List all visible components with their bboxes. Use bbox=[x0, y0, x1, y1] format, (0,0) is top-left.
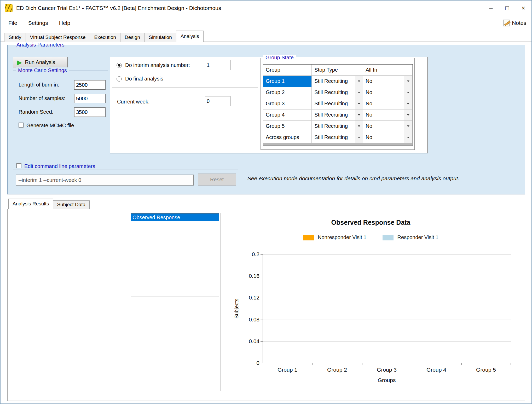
close-button[interactable]: × bbox=[515, 1, 531, 16]
stop-type-cell[interactable]: Still Recruiting bbox=[312, 132, 363, 143]
group-cell[interactable]: Group 5 bbox=[263, 120, 312, 132]
main-tab-strip: Study Virtual Subject Response Execution… bbox=[1, 30, 531, 42]
all-in-cell[interactable]: No bbox=[363, 98, 412, 109]
chevron-down-icon bbox=[358, 80, 360, 82]
all-in-cell[interactable]: No bbox=[363, 87, 412, 98]
tab-execution[interactable]: Execution bbox=[90, 33, 120, 42]
notes-icon bbox=[503, 20, 510, 26]
results-panel: Observed Response Observed Response Data… bbox=[7, 209, 525, 401]
chevron-down-icon bbox=[407, 125, 409, 127]
stop-type-dropdown[interactable] bbox=[355, 87, 363, 98]
app-logo-icon bbox=[5, 4, 13, 12]
legend-nonresponder-label: Nonresponder Visit 1 bbox=[318, 234, 366, 240]
window-controls: – □ × bbox=[483, 1, 531, 16]
interim-number-input[interactable] bbox=[205, 60, 230, 70]
notes-label: Notes bbox=[512, 20, 526, 26]
stop-type-cell[interactable]: Still Recruiting bbox=[312, 120, 363, 132]
all-in-dropdown[interactable] bbox=[404, 121, 412, 132]
final-analysis-row: Do final analysis bbox=[117, 76, 163, 82]
final-analysis-radio[interactable] bbox=[117, 76, 122, 82]
group-cell[interactable]: Group 2 bbox=[263, 87, 312, 98]
x-tick-label: Group 2 bbox=[312, 367, 362, 373]
run-analysis-button[interactable]: ▶ Run Analysis bbox=[13, 57, 68, 68]
tab-virtual-subject-response[interactable]: Virtual Subject Response bbox=[26, 33, 90, 42]
all-in-dropdown[interactable] bbox=[404, 98, 412, 109]
stop-type-dropdown[interactable] bbox=[355, 121, 363, 132]
chevron-down-icon bbox=[407, 103, 409, 105]
all-in-cell[interactable]: No bbox=[363, 109, 412, 120]
x-tick-label: Group 4 bbox=[412, 367, 461, 373]
all-in-cell[interactable]: No bbox=[363, 132, 412, 143]
random-seed-input[interactable] bbox=[74, 107, 106, 117]
chevron-down-icon bbox=[358, 125, 360, 127]
cmd-params-input[interactable] bbox=[16, 175, 194, 186]
col-header-all-in[interactable]: All In bbox=[363, 65, 412, 76]
all-in-cell[interactable]: No bbox=[363, 76, 412, 87]
play-icon: ▶ bbox=[17, 59, 22, 66]
chart-title: Observed Response Data bbox=[221, 219, 521, 226]
cmd-params-group: Reset bbox=[13, 170, 238, 191]
minimize-button[interactable]: – bbox=[483, 1, 499, 16]
maximize-button[interactable]: □ bbox=[499, 1, 515, 16]
list-item-observed-response[interactable]: Observed Response bbox=[131, 213, 219, 221]
group-cell[interactable]: Group 1 bbox=[263, 76, 312, 87]
table-row: Group 5 Still Recruiting No bbox=[263, 120, 412, 132]
chevron-down-icon bbox=[407, 80, 409, 82]
group-cell[interactable]: Group 3 bbox=[263, 98, 312, 109]
chevron-down-icon bbox=[407, 114, 409, 116]
stop-type-dropdown[interactable] bbox=[355, 76, 363, 87]
x-tick-label: Group 5 bbox=[461, 367, 511, 373]
monte-carlo-title: Monte Carlo Settings bbox=[16, 67, 69, 73]
plot-area bbox=[263, 254, 511, 363]
num-samples-input[interactable] bbox=[74, 94, 106, 103]
stop-type-cell[interactable]: Still Recruiting bbox=[312, 98, 363, 109]
y-tick-label: 0.12 bbox=[237, 294, 259, 301]
interim-analysis-row: Do interim analysis number: bbox=[117, 62, 190, 68]
interim-analysis-radio[interactable] bbox=[117, 63, 122, 68]
tab-design[interactable]: Design bbox=[120, 33, 144, 42]
group-cell[interactable]: Across groups bbox=[263, 132, 312, 143]
stop-type-dropdown[interactable] bbox=[355, 132, 363, 143]
tab-analysis[interactable]: Analysis bbox=[176, 31, 204, 42]
all-in-dropdown[interactable] bbox=[404, 109, 412, 120]
edit-cmd-checkbox[interactable] bbox=[16, 163, 21, 168]
stop-type-cell[interactable]: Still Recruiting bbox=[312, 109, 363, 120]
stop-type-dropdown[interactable] bbox=[355, 98, 363, 109]
tab-simulation[interactable]: Simulation bbox=[144, 33, 176, 42]
col-header-group[interactable]: Group bbox=[263, 65, 312, 76]
table-row: Group 2 Still Recruiting No bbox=[263, 87, 412, 98]
current-week-input[interactable] bbox=[205, 96, 230, 106]
x-axis-title: Groups bbox=[263, 377, 511, 383]
tab-study[interactable]: Study bbox=[4, 33, 26, 42]
all-in-dropdown[interactable] bbox=[404, 87, 412, 98]
menu-file[interactable]: File bbox=[8, 20, 17, 26]
col-header-stop-type[interactable]: Stop Type bbox=[312, 65, 363, 76]
x-tick-label: Group 3 bbox=[362, 367, 412, 373]
menu-settings[interactable]: Settings bbox=[28, 20, 48, 26]
random-seed-label: Random Seed: bbox=[19, 109, 53, 115]
observed-response-chart: Observed Response Data Nonresponder Visi… bbox=[221, 213, 521, 391]
tab-subject-data[interactable]: Subject Data bbox=[53, 200, 90, 209]
y-axis-title: Subjects bbox=[234, 299, 240, 319]
monte-carlo-settings-group: Monte Carlo Settings Length of burn in: … bbox=[13, 71, 108, 139]
menu-help[interactable]: Help bbox=[59, 20, 70, 26]
table-row: Group 1 Still Recruiting No bbox=[263, 76, 412, 87]
all-in-dropdown[interactable] bbox=[404, 76, 412, 87]
reset-button[interactable]: Reset bbox=[198, 174, 236, 186]
notes-button[interactable]: Notes bbox=[503, 16, 526, 30]
burn-in-input[interactable] bbox=[74, 80, 106, 90]
generate-mcmc-label: Generate MCMC file bbox=[26, 123, 74, 129]
title-bar: ED Dich Cancer Trial Ex1* - FACTS™ v6.2 … bbox=[1, 1, 531, 16]
chevron-down-icon bbox=[358, 114, 360, 116]
burn-in-label: Length of burn in: bbox=[19, 82, 59, 88]
all-in-cell[interactable]: No bbox=[363, 120, 412, 132]
stop-type-dropdown[interactable] bbox=[355, 109, 363, 120]
table-row: Group 3 Still Recruiting No bbox=[263, 98, 412, 109]
stop-type-cell[interactable]: Still Recruiting bbox=[312, 87, 363, 98]
group-cell[interactable]: Group 4 bbox=[263, 109, 312, 120]
stop-type-cell[interactable]: Still Recruiting bbox=[312, 76, 363, 87]
all-in-dropdown[interactable] bbox=[404, 132, 412, 143]
generate-mcmc-checkbox[interactable] bbox=[19, 123, 24, 128]
tab-analysis-results[interactable]: Analysis Results bbox=[8, 199, 53, 209]
separator-line bbox=[112, 87, 258, 88]
